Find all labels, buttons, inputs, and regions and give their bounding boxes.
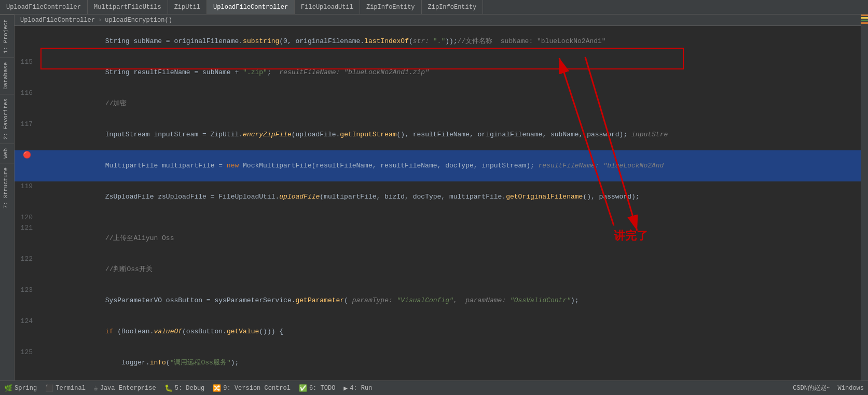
- editor-area: UploadFileController › uploadEncryption(…: [15, 15, 861, 380]
- bottom-item-spring[interactable]: 🌿 Spring: [4, 384, 37, 392]
- line-number: 126: [15, 378, 38, 380]
- side-tab-favorites[interactable]: 2: Favorites: [0, 94, 14, 144]
- breadcrumb-class: UploadFileController: [20, 17, 95, 24]
- line-content: SysParameterVO ossButton = sysParameterS…: [38, 285, 861, 316]
- table-row: 125 logger.info("调用远程Oss服务");: [15, 347, 861, 378]
- terminal-icon: ⬛: [45, 384, 53, 392]
- line-number: [15, 26, 38, 57]
- breadcrumb: UploadFileController › uploadEncryption(…: [15, 15, 861, 26]
- line-number: 120: [15, 213, 38, 223]
- gutter-mark-green: [861, 20, 868, 21]
- table-row-118: 🔴 MultipartFile multipartFile = new Mock…: [15, 150, 861, 181]
- line-number: 115: [15, 57, 38, 88]
- line-content: [38, 213, 861, 223]
- main-area: 1: Project Database 2: Favorites Web 7: …: [0, 15, 868, 380]
- tab-6[interactable]: ZipInfoEntity: [422, 0, 484, 15]
- line-number: 125: [15, 347, 38, 378]
- run-label: 4: Run: [350, 385, 372, 392]
- table-row: 126 FileUploadReq fileUploadReq = new Fi…: [15, 378, 861, 380]
- line-content: String subName = originalFilename.substr…: [38, 26, 861, 57]
- vcs-icon: 🔀: [213, 384, 221, 392]
- table-row: 119 ZsUploadFile zsUploadFile = FileUplo…: [15, 181, 861, 213]
- tab-4[interactable]: FileUploadUtil: [295, 0, 360, 15]
- error-dot: 🔴: [23, 151, 31, 159]
- bottom-item-terminal[interactable]: ⬛ Terminal: [45, 384, 86, 392]
- vcs-label: 9: Version Control: [223, 385, 291, 392]
- line-content: FileUploadReq fileUploadReq = new FileUp…: [38, 378, 861, 380]
- line-content: MultipartFile multipartFile = new MockMu…: [38, 150, 861, 181]
- bottom-item-run[interactable]: ▶ 4: Run: [343, 384, 372, 392]
- table-row: 121 //上传至Aliyun Oss: [15, 223, 861, 254]
- line-number: 119: [15, 181, 38, 213]
- tab-2[interactable]: ZipUtil: [168, 0, 207, 15]
- tab-1[interactable]: MultipartFileUtils: [88, 0, 168, 15]
- bottom-item-java[interactable]: ☕ Java Enterprise: [94, 384, 156, 392]
- spring-icon: 🌿: [4, 384, 12, 392]
- table-row: 115 String resultFileName = subName + ".…: [15, 57, 861, 88]
- tab-5[interactable]: ZipInfoEntity: [360, 0, 422, 15]
- line-content: //上传至Aliyun Oss: [38, 223, 861, 254]
- side-tab-database[interactable]: Database: [0, 58, 14, 94]
- line-content: if (Boolean.valueOf(ossButton.getValue()…: [38, 316, 861, 347]
- todo-icon: ✅: [299, 384, 307, 392]
- tab-3[interactable]: UploadFileController: [207, 0, 295, 15]
- java-icon: ☕: [94, 384, 98, 392]
- table-row: 124 if (Boolean.valueOf(ossButton.getVal…: [15, 316, 861, 347]
- side-tab-web[interactable]: Web: [0, 144, 14, 163]
- line-number: 124: [15, 316, 38, 347]
- line-content: InputStream inputStream = ZipUtil.encryZ…: [38, 119, 861, 150]
- table-row: 116 //加密: [15, 88, 861, 119]
- bottom-item-vcs[interactable]: 🔀 9: Version Control: [213, 384, 291, 392]
- side-tab-structure[interactable]: 7: Structure: [0, 163, 14, 213]
- debug-icon: 🐛: [164, 384, 173, 392]
- table-row-117: 117 InputStream inputStream = ZipUtil.en…: [15, 119, 861, 150]
- line-content: //判断Oss开关: [38, 254, 861, 285]
- table-row: 122 //判断Oss开关: [15, 254, 861, 285]
- line-content: logger.info("调用远程Oss服务");: [38, 347, 861, 378]
- gutter-mark: [861, 15, 868, 16]
- side-tab-project[interactable]: 1: Project: [0, 15, 14, 58]
- breadcrumb-method: uploadEncryption(): [105, 17, 172, 24]
- line-content: ZsUploadFile zsUploadFile = FileUploadUt…: [38, 181, 861, 213]
- windows-label: Windows: [834, 385, 864, 392]
- gutter-mark-2: [861, 22, 868, 24]
- bottom-item-todo[interactable]: ✅ 6: TODO: [299, 384, 335, 392]
- bottom-bar: 🌿 Spring ⬛ Terminal ☕ Java Enterprise 🐛 …: [0, 380, 868, 395]
- run-icon: ▶: [343, 384, 348, 392]
- table-row: String subName = originalFilename.substr…: [15, 26, 861, 57]
- line-number: 122: [15, 254, 38, 285]
- line-number: 117: [15, 119, 38, 150]
- line-number: 116: [15, 88, 38, 119]
- tabs-bar: UploadFileController MultipartFileUtils …: [0, 0, 868, 15]
- right-label: CSDN的赵赵~: [793, 385, 830, 392]
- line-content: //加密: [38, 88, 861, 119]
- right-gutter: [861, 15, 868, 380]
- line-number: 🔴: [15, 150, 38, 181]
- side-tabs: 1: Project Database 2: Favorites Web 7: …: [0, 15, 15, 380]
- line-number: 121: [15, 223, 38, 254]
- breadcrumb-arrow: ›: [98, 17, 102, 24]
- gutter-mark-yellow: [861, 17, 868, 19]
- code-table: String subName = originalFilename.substr…: [15, 26, 861, 380]
- table-row: 123 SysParameterVO ossButton = sysParame…: [15, 285, 861, 316]
- spring-label: Spring: [15, 385, 37, 392]
- java-label: Java Enterprise: [100, 385, 156, 392]
- terminal-label: Terminal: [56, 385, 86, 392]
- code-container[interactable]: String subName = originalFilename.substr…: [15, 26, 861, 380]
- bottom-item-debug[interactable]: 🐛 5: Debug: [164, 384, 205, 392]
- right-status: CSDN的赵赵~ Windows: [793, 384, 864, 392]
- line-content: String resultFileName = subName + ".zip"…: [38, 57, 861, 88]
- tab-0[interactable]: UploadFileController: [0, 0, 88, 15]
- line-number: 123: [15, 285, 38, 316]
- todo-label: 6: TODO: [309, 385, 335, 392]
- annotation-text: 讲完了: [614, 228, 648, 244]
- table-row: 120: [15, 213, 861, 223]
- debug-label: 5: Debug: [175, 385, 205, 392]
